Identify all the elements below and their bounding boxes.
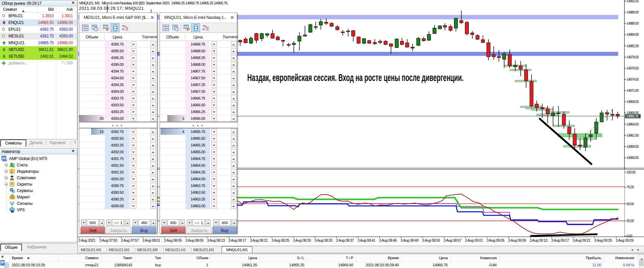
svg-text:14981.50: 14981.50 <box>627 44 639 48</box>
svg-text:3 Aug 08:09: 3 Aug 08:09 <box>186 238 203 242</box>
svg-text:14964.00: 14964.00 <box>627 123 639 126</box>
svg-text:14984.00: 14984.00 <box>627 33 639 36</box>
svg-text:3 Aug 08:25: 3 Aug 08:25 <box>272 238 289 242</box>
svg-text:14979.00: 14979.00 <box>627 55 639 59</box>
svg-text:14961.50: 14961.50 <box>627 134 639 137</box>
svg-text:14974.00: 14974.00 <box>627 78 639 81</box>
svg-text:3 Aug 09:17: 3 Aug 09:17 <box>551 238 569 242</box>
svg-text:3 Aug 08:45: 3 Aug 08:45 <box>379 238 397 242</box>
svg-text:3 Aug 08:41: 3 Aug 08:41 <box>358 238 375 242</box>
svg-text:3 Aug 08:05: 3 Aug 08:05 <box>164 238 182 242</box>
svg-text:14959.00: 14959.00 <box>627 145 639 149</box>
svg-text:MNQU21, M1: Micro E-mini Nasd: MNQU21, M1: Micro E-mini Nasdaq-100 ($2)… <box>79 1 228 5</box>
svg-text:50.00: 50.00 <box>627 202 634 206</box>
svg-text:3 Aug 08:53: 3 Aug 08:53 <box>422 238 440 242</box>
svg-text:0.00: 0.00 <box>627 234 633 238</box>
svg-text:3 Aug 09:29: 3 Aug 09:29 <box>616 238 634 242</box>
svg-text:3 Aug 09:25: 3 Aug 09:25 <box>594 238 612 242</box>
svg-text:Наздак, европейская сессия. Вх: Наздак, европейская сессия. Вход на рост… <box>247 72 464 83</box>
svg-text:14971.50: 14971.50 <box>627 89 639 92</box>
svg-text:3 Aug 08:17: 3 Aug 08:17 <box>228 238 246 242</box>
svg-text:3 Aug 08:33: 3 Aug 08:33 <box>314 238 332 242</box>
svg-text:14969.00: 14969.00 <box>627 100 639 104</box>
svg-text:3 Aug 08:29: 3 Aug 08:29 <box>293 238 311 242</box>
svg-text:14989.00: 14989.00 <box>627 10 639 14</box>
svg-text:3 Aug 08:13: 3 Aug 08:13 <box>207 238 225 242</box>
svg-text:2021.08.03 09:29:17; MNQU21: 2021.08.03 09:29:17; MNQU21 <box>79 6 144 11</box>
svg-text:3 Aug 08:21: 3 Aug 08:21 <box>250 238 268 242</box>
svg-text:3 Aug 07:57: 3 Aug 07:57 <box>121 238 139 242</box>
svg-text:100.00: 100.00 <box>627 170 636 174</box>
svg-text:3 Aug 08:57: 3 Aug 08:57 <box>444 238 461 242</box>
svg-text:25.00: 25.00 <box>627 219 634 223</box>
svg-text:75.00: 75.00 <box>627 185 634 189</box>
svg-text:3 Aug 07:53: 3 Aug 07:53 <box>100 238 117 242</box>
svg-text:3 Aug 09:05: 3 Aug 09:05 <box>486 238 504 242</box>
svg-text:3 Aug 09:21: 3 Aug 09:21 <box>572 238 590 242</box>
svg-text:3 Aug 08:01: 3 Aug 08:01 <box>142 238 160 242</box>
svg-text:14956.50: 14956.50 <box>627 156 639 160</box>
svg-text:3 Aug 08:37: 3 Aug 08:37 <box>336 238 354 242</box>
svg-text:3 Aug 2021: 3 Aug 2021 <box>79 238 96 242</box>
svg-text:14991.50: 14991.50 <box>627 0 639 3</box>
svg-text:14976.50: 14976.50 <box>627 66 639 70</box>
svg-text:14986.50: 14986.50 <box>627 22 639 25</box>
svg-text:3 Aug 09:13: 3 Aug 09:13 <box>530 238 548 242</box>
svg-text:3 Aug 09:01: 3 Aug 09:01 <box>465 238 483 242</box>
svg-text:3 Aug 08:49: 3 Aug 08:49 <box>400 238 418 242</box>
svg-text:14965.75: 14965.75 <box>626 114 639 118</box>
svg-text:3 Aug 09:09: 3 Aug 09:09 <box>508 238 526 242</box>
